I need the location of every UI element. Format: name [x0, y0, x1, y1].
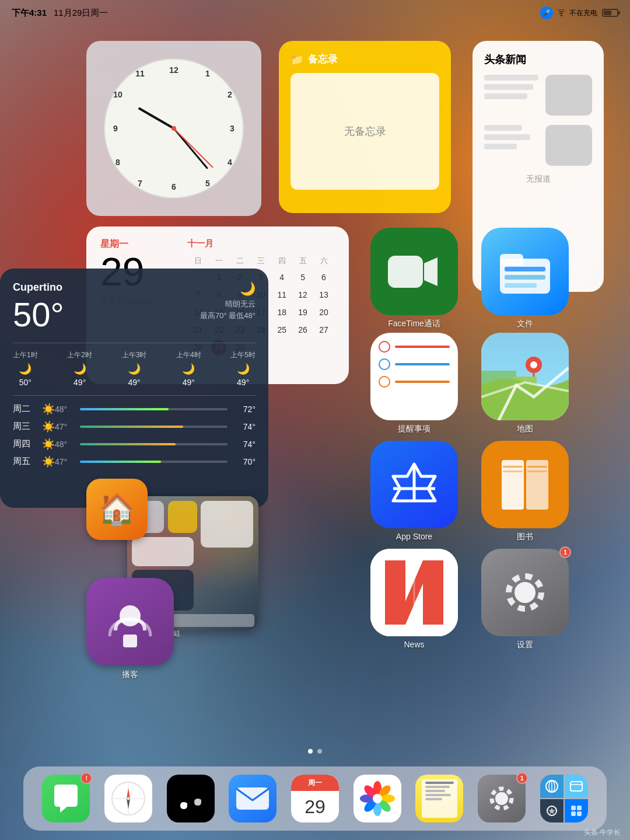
podcasts-label: 播客	[122, 670, 138, 679]
apps-row-2: 提醒事项	[370, 333, 569, 452]
dock-music[interactable]	[167, 775, 215, 822]
reminders-app[interactable]: 提醒事项	[370, 333, 458, 434]
mic-icon: 🎤	[540, 6, 553, 19]
status-bar: 下午4:31 11月29日周一 🎤 不在充电	[0, 0, 630, 26]
calendar-month: 十一月	[187, 238, 335, 249]
svg-rect-53	[577, 806, 582, 810]
dock-notes-icon[interactable]	[415, 775, 463, 822]
dock-settings-badge: 1	[516, 772, 528, 784]
news-item-1	[484, 75, 592, 116]
dock-music-icon[interactable]	[167, 775, 215, 822]
books-icon[interactable]	[481, 441, 569, 528]
svg-rect-48	[570, 782, 582, 791]
books-label: 图书	[517, 532, 533, 542]
battery-icon	[602, 9, 618, 17]
apps-row-1: FaceTime通话 文件	[370, 228, 569, 347]
weather-location: Cupertino	[13, 281, 64, 294]
settings-app[interactable]: 1 设置	[481, 549, 569, 650]
reminders-widget-header: 📁 备忘录	[290, 53, 439, 66]
weather-widget[interactable]: Cupertino 50° 🌙 晴朗无云 最高70° 最低48° 上午1时 🌙 …	[0, 269, 268, 508]
dock-safari[interactable]	[104, 775, 152, 822]
news-footer: 无报道	[484, 174, 592, 184]
dock-mail-icon[interactable]	[229, 775, 276, 822]
page-dot-1[interactable]	[308, 749, 313, 754]
clock-widget[interactable]: 12 3 6 9 1 11 2 10 4 8 5 7	[86, 41, 261, 216]
credits: 头条·牛学长	[584, 828, 621, 838]
podcasts-icon[interactable]	[86, 578, 174, 665]
maps-icon[interactable]	[481, 333, 569, 420]
dock: !	[23, 766, 607, 831]
dock-calendar[interactable]: 周一 29	[291, 775, 339, 822]
weather-daily-row-2: 周三 ☀️ 47° 74°	[13, 420, 256, 433]
folder-icon: 📁	[290, 53, 303, 66]
reminders-widget-content: 无备忘录	[290, 73, 439, 190]
svg-rect-0	[388, 256, 423, 288]
svg-rect-19	[527, 466, 547, 468]
news-label: News	[404, 640, 424, 649]
svg-rect-6	[505, 283, 537, 288]
files-label: 文件	[517, 319, 533, 329]
facetime-app[interactable]: FaceTime通话	[370, 228, 458, 329]
svg-rect-18	[503, 470, 523, 472]
moon-icon: 🌙	[200, 281, 256, 297]
facetime-icon[interactable]	[370, 228, 458, 315]
dock-calendar-icon[interactable]: 周一 29	[291, 775, 339, 822]
dock-mail[interactable]	[229, 775, 276, 822]
apps-row-3: App Store 图书	[370, 441, 569, 560]
calendar-day-name: 星期一	[100, 238, 166, 250]
reminders-widget-title: 备忘录	[308, 53, 338, 66]
clock-face: 12 3 6 9 1 11 2 10 4 8 5 7	[104, 58, 244, 198]
settings-label: 设置	[517, 640, 533, 650]
status-right: 🎤 不在充电	[540, 6, 618, 19]
dock-group-icon[interactable]	[540, 775, 588, 822]
dock-messages[interactable]: !	[42, 775, 90, 822]
dock-notes[interactable]	[415, 775, 463, 822]
messages-badge: !	[80, 772, 92, 784]
files-app[interactable]: 文件	[481, 228, 569, 329]
hour-hand	[138, 107, 174, 129]
podcasts-app[interactable]: 播客	[86, 578, 174, 680]
apps-row-4: News 1 设置	[370, 549, 569, 668]
settings-badge: 1	[559, 546, 571, 558]
page-dot-2[interactable]	[317, 749, 322, 754]
svg-point-42	[373, 794, 382, 803]
dock-photos-icon[interactable]	[354, 775, 401, 822]
home-app-icon[interactable]: 🏠	[86, 479, 148, 540]
news-app[interactable]: News	[370, 549, 458, 650]
reminders-icon[interactable]	[370, 333, 458, 420]
weather-condition: 晴朗无云	[200, 299, 256, 309]
wifi-icon	[558, 9, 565, 16]
svg-rect-4	[505, 267, 545, 271]
news-thumb-1	[545, 75, 592, 116]
weather-daily-row-1: 周二 ☀️ 48° 72°	[13, 403, 256, 416]
facetime-label: FaceTime通话	[388, 319, 440, 329]
svg-rect-20	[527, 470, 547, 472]
books-app[interactable]: 图书	[481, 441, 569, 542]
maps-app[interactable]: 地图	[481, 333, 569, 434]
svg-point-24	[514, 582, 536, 603]
dock-photos[interactable]	[354, 775, 401, 822]
page-dots	[308, 749, 322, 754]
svg-point-26	[120, 605, 141, 626]
maps-label: 地图	[517, 424, 533, 434]
files-icon[interactable]	[481, 228, 569, 315]
status-date: 11月29日周一	[54, 8, 108, 19]
weather-high: 最高70° 最低48°	[200, 311, 256, 321]
news-item-2	[484, 125, 592, 166]
dock-safari-icon[interactable]	[104, 775, 152, 822]
weather-daily-row-4: 周五 ☀️ 47° 70°	[13, 455, 256, 468]
appstore-app[interactable]: App Store	[370, 441, 458, 542]
battery-text: 不在充电	[569, 8, 597, 18]
reminders-widget[interactable]: 📁 备忘录 无备忘录	[279, 41, 451, 213]
svg-rect-5	[505, 275, 545, 280]
weather-hourly: 上午1时 🌙 50° 上午2时 🌙 49° 上午3时 🌙 49° 上午4时 🌙 …	[13, 350, 256, 387]
svg-rect-52	[571, 806, 576, 810]
svg-rect-3	[500, 254, 523, 266]
dock-browser-group[interactable]	[540, 775, 588, 822]
clock-center-dot	[172, 126, 176, 131]
settings-icon[interactable]	[481, 549, 569, 636]
news-icon[interactable]	[370, 549, 458, 636]
dock-settings[interactable]: 1	[478, 775, 526, 822]
svg-marker-1	[424, 257, 438, 286]
appstore-icon[interactable]	[370, 441, 458, 528]
